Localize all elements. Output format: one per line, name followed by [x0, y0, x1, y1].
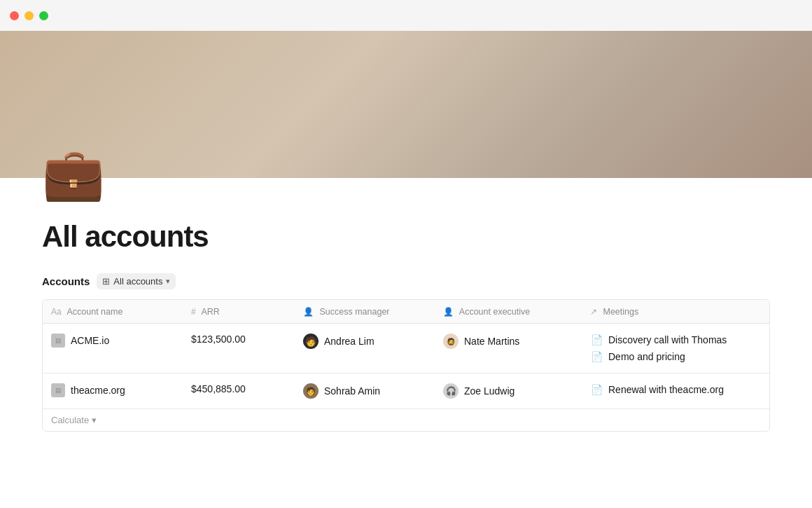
- account-name-2: theacme.org: [71, 385, 125, 396]
- view-switcher[interactable]: ⊞ All accounts ▾: [97, 273, 176, 289]
- success-manager-name-1: Andrea Lim: [324, 336, 374, 347]
- table-header-row: Aa Account name # ARR 👤 Success manager …: [43, 300, 770, 324]
- titlebar: [0, 0, 812, 31]
- text-icon: Aa: [51, 307, 62, 317]
- meeting-1-row2: Renewal with theacme.org: [608, 384, 724, 395]
- cell-success-manager-2[interactable]: 🧑 Sohrab Amin: [295, 373, 435, 409]
- hero-banner: 💼: [0, 31, 812, 178]
- page-icon: 💼: [42, 149, 105, 199]
- meeting-doc-icon-2: 📄: [590, 350, 603, 363]
- table-row[interactable]: ▤ ACME.io $123,500.00 🧑 Andrea L: [43, 324, 770, 373]
- success-manager-name-2: Sohrab Amin: [324, 385, 380, 397]
- accounts-table: Aa Account name # ARR 👤 Success manager …: [42, 299, 770, 432]
- arrow-icon: ↗: [590, 307, 597, 317]
- col-header-success-manager[interactable]: 👤 Success manager: [295, 300, 435, 324]
- person-icon: 👤: [303, 307, 314, 317]
- avatar-sohrab-amin: 🧑: [303, 383, 318, 399]
- cell-success-manager-1[interactable]: 🧑 Andrea Lim: [295, 324, 435, 373]
- cell-arr-1: $123,500.00: [183, 324, 295, 373]
- page-title: All accounts: [42, 220, 770, 254]
- minimize-button[interactable]: [24, 11, 34, 20]
- grid-icon: ⊞: [102, 276, 110, 287]
- meeting-1-row1: Discovery call with Thomas: [608, 334, 727, 345]
- calculate-row[interactable]: Calculate ▾: [43, 409, 770, 432]
- meeting-2-row1: Demo and pricing: [608, 351, 685, 362]
- maximize-button[interactable]: [39, 11, 48, 20]
- account-page-icon-2: ▤: [51, 383, 65, 397]
- calculate-chevron-icon: ▾: [92, 415, 97, 425]
- person-icon-2: 👤: [443, 307, 454, 317]
- cell-account-name-1[interactable]: ▤ ACME.io: [43, 324, 183, 373]
- hash-icon: #: [191, 307, 196, 317]
- avatar-nate-martins: 🧔: [443, 334, 458, 349]
- view-switcher-label: All accounts: [113, 276, 162, 287]
- cell-meetings-1[interactable]: 📄 Discovery call with Thomas 📄 Demo and …: [582, 324, 770, 373]
- cell-account-executive-1[interactable]: 🧔 Nate Martins: [435, 324, 582, 373]
- cell-account-name-2[interactable]: ▤ theacme.org: [43, 373, 183, 409]
- close-button[interactable]: [10, 11, 19, 20]
- avatar-andrea-lim: 🧑: [303, 334, 318, 349]
- calculate-cell[interactable]: Calculate ▾: [43, 409, 770, 432]
- meeting-doc-icon-3: 📄: [590, 383, 603, 396]
- account-executive-name-2: Zoe Ludwig: [464, 385, 514, 397]
- accounts-section-label: Accounts: [42, 275, 90, 287]
- arr-value-1: $123,500.00: [191, 334, 246, 345]
- chevron-down-icon: ▾: [166, 277, 170, 286]
- account-page-icon-1: ▤: [51, 334, 65, 348]
- avatar-zoe-ludwig: 🎧: [443, 383, 458, 399]
- account-executive-name-1: Nate Martins: [464, 336, 519, 347]
- col-header-account-name[interactable]: Aa Account name: [43, 300, 183, 324]
- accounts-header: Accounts ⊞ All accounts ▾: [42, 273, 770, 289]
- meeting-doc-icon-1: 📄: [590, 334, 603, 346]
- arr-value-2: $450,885.00: [191, 383, 246, 394]
- main-content: All accounts Accounts ⊞ All accounts ▾ A…: [0, 178, 812, 446]
- cell-meetings-2[interactable]: 📄 Renewal with theacme.org: [582, 373, 770, 409]
- col-header-account-executive[interactable]: 👤 Account executive: [435, 300, 582, 324]
- calculate-label: Calculate: [51, 415, 89, 425]
- account-name-1: ACME.io: [71, 335, 109, 346]
- cell-arr-2: $450,885.00: [183, 373, 295, 409]
- table-row[interactable]: ▤ theacme.org $450,885.00 🧑 Sohr: [43, 373, 770, 409]
- col-header-meetings[interactable]: ↗ Meetings: [582, 300, 770, 324]
- cell-account-executive-2[interactable]: 🎧 Zoe Ludwig: [435, 373, 582, 409]
- col-header-arr[interactable]: # ARR: [183, 300, 295, 324]
